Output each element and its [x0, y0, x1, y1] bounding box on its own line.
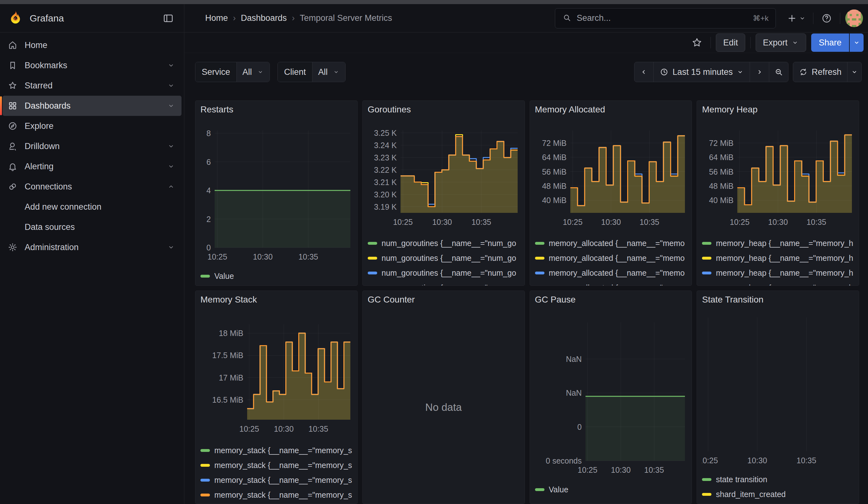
- sidebar-item-alerting[interactable]: Alerting: [2, 156, 182, 176]
- favorite-star-button[interactable]: [689, 34, 705, 51]
- breadcrumb-home[interactable]: Home: [205, 13, 228, 23]
- chart-canvas[interactable]: 0246810:2510:3010:35: [200, 127, 352, 264]
- chart-memory-stack[interactable]: 16.5 MiB17 MiB17.5 MiB18 MiB10:2510:3010…: [200, 321, 352, 436]
- sidebar-item-label: Home: [24, 40, 47, 50]
- legend-label: num_goroutines {__name__="num_go: [382, 283, 516, 286]
- legend-item[interactable]: Value: [535, 482, 687, 497]
- time-back-button[interactable]: [634, 62, 654, 82]
- search-input[interactable]: Search... ⌘+k: [555, 8, 776, 28]
- panel-title-state-transition[interactable]: State Transition: [702, 295, 764, 305]
- export-button[interactable]: Export: [756, 33, 806, 52]
- legend-item[interactable]: num_goroutines {__name__="num_go: [368, 280, 519, 286]
- chart-gc-pause[interactable]: 0 seconds0NaNNaN10:2510:3010:35: [535, 319, 687, 477]
- zoom-out-icon[interactable]: [769, 62, 788, 82]
- panel-title-memory-heap[interactable]: Memory Heap: [702, 104, 757, 115]
- panel-title-gc-pause[interactable]: GC Pause: [535, 295, 576, 305]
- sidebar-item-dashboards[interactable]: Dashboards: [2, 96, 182, 116]
- legend-item[interactable]: memory_heap {__name__="memory_h: [702, 251, 854, 266]
- legend-item[interactable]: Value: [200, 269, 352, 284]
- sidebar-toggle-icon[interactable]: [160, 10, 176, 27]
- sidebar-item-add-new-connection[interactable]: Add new connection: [2, 197, 182, 217]
- legend-item[interactable]: memory_allocated {__name__="memo: [535, 236, 687, 251]
- panel-memory-heap: Memory Heap40 MiB48 MiB56 MiB64 MiB72 Mi…: [696, 101, 859, 286]
- breadcrumb-dashboards[interactable]: Dashboards: [241, 13, 287, 23]
- legend-item[interactable]: memory_stack {__name__="memory_s: [200, 487, 352, 502]
- legend-swatch: [200, 275, 210, 278]
- home-icon: [8, 40, 18, 50]
- panel-title-restarts[interactable]: Restarts: [200, 104, 233, 115]
- service-filter[interactable]: Service All: [195, 62, 270, 82]
- chart-canvas[interactable]: 0 seconds0NaNNaN10:2510:3010:35: [535, 319, 687, 477]
- sidebar-item-drilldown[interactable]: Drilldown: [2, 136, 182, 156]
- add-new-button[interactable]: [785, 13, 808, 24]
- legend-label: memory_allocated {__name__="memo: [549, 268, 685, 278]
- sidebar-item-bookmarks[interactable]: Bookmarks: [2, 55, 182, 75]
- sidebar-item-starred[interactable]: Starred: [2, 75, 182, 96]
- chart-canvas[interactable]: 3.19 K3.20 K3.21 K3.22 K3.23 K3.24 K3.25…: [368, 127, 519, 229]
- chart-canvas[interactable]: 40 MiB48 MiB56 MiB64 MiB72 MiB10:2510:30…: [702, 127, 854, 229]
- refresh-icon: [799, 68, 808, 76]
- panel-title-memory-stack[interactable]: Memory Stack: [200, 295, 257, 305]
- panel-title-goroutines[interactable]: Goroutines: [368, 104, 411, 115]
- sidebar: Grafana HomeBookmarksStarredDashboardsEx…: [0, 4, 184, 504]
- edit-button[interactable]: Edit: [716, 33, 745, 52]
- legend-item[interactable]: memory_stack {__name__="memory_s: [200, 443, 352, 458]
- refresh-interval-button[interactable]: [847, 62, 862, 82]
- grafana-logo-icon[interactable]: [8, 10, 23, 27]
- help-icon[interactable]: [818, 10, 835, 27]
- chart-canvas[interactable]: 40 MiB48 MiB56 MiB64 MiB72 MiB10:2510:30…: [535, 127, 687, 229]
- legend-item[interactable]: memory_heap {__name__="memory_h: [702, 280, 854, 286]
- legend-label: shard_item_created: [716, 490, 786, 499]
- legend-swatch: [535, 257, 545, 260]
- legend-item[interactable]: memory_heap {__name__="memory_h: [702, 266, 854, 280]
- brand-title: Grafana: [30, 13, 64, 24]
- legend-item[interactable]: memory_stack {__name__="memory_s: [200, 473, 352, 487]
- refresh-button[interactable]: Refresh: [793, 62, 847, 82]
- share-menu-button[interactable]: [850, 33, 864, 52]
- service-filter-label: Service: [195, 62, 237, 82]
- client-filter[interactable]: Client All: [277, 62, 345, 82]
- legend-item[interactable]: memory_stack {__name__="memory_s: [200, 458, 352, 473]
- time-forward-button[interactable]: [750, 62, 769, 82]
- sidebar-item-home[interactable]: Home: [2, 35, 182, 55]
- avatar[interactable]: [845, 10, 863, 27]
- chart-state-transition[interactable]: 10:2510:3010:35: [702, 314, 854, 468]
- legend-swatch: [702, 271, 711, 275]
- legend-item[interactable]: num_goroutines {__name__="num_go: [368, 251, 519, 266]
- svg-text:56 MiB: 56 MiB: [709, 167, 734, 176]
- panel-restarts: Restarts0246810:2510:3010:35Value: [195, 101, 358, 286]
- time-range-picker[interactable]: Last 15 minutes: [653, 62, 750, 82]
- client-filter-value[interactable]: All: [312, 62, 345, 82]
- legend-item[interactable]: state transition: [702, 472, 854, 487]
- service-filter-value[interactable]: All: [237, 62, 270, 82]
- legend-item[interactable]: memory_allocated {__name__="memo: [535, 251, 687, 266]
- panel-title-gc-counter[interactable]: GC Counter: [368, 295, 415, 305]
- legend-label: num_goroutines {__name__="num_go: [382, 254, 516, 263]
- svg-text:10:35: 10:35: [644, 465, 664, 474]
- legend-label: memory_allocated {__name__="memo: [549, 283, 685, 286]
- legend-item[interactable]: memory_allocated {__name__="memo: [535, 280, 687, 286]
- svg-text:NaN: NaN: [566, 389, 581, 397]
- legend-item[interactable]: num_goroutines {__name__="num_go: [368, 266, 519, 280]
- legend-memory-heap: memory_heap {__name__="memory_hmemory_he…: [702, 236, 854, 286]
- legend-item[interactable]: shard_item_created: [702, 487, 854, 502]
- chart-memory-heap[interactable]: 40 MiB48 MiB56 MiB64 MiB72 MiB10:2510:30…: [702, 127, 854, 229]
- svg-text:17 MiB: 17 MiB: [219, 373, 244, 382]
- sidebar-item-connections[interactable]: Connections: [2, 176, 182, 197]
- chart-goroutines[interactable]: 3.19 K3.20 K3.21 K3.22 K3.23 K3.24 K3.25…: [368, 127, 519, 229]
- chart-memory-allocated[interactable]: 40 MiB48 MiB56 MiB64 MiB72 MiB10:2510:30…: [535, 127, 687, 229]
- share-button[interactable]: Share: [811, 33, 849, 52]
- legend-item[interactable]: memory_heap {__name__="memory_h: [702, 236, 854, 251]
- chart-restarts[interactable]: 0246810:2510:3010:35: [200, 127, 352, 264]
- legend-item[interactable]: memory_allocated {__name__="memo: [535, 266, 687, 280]
- panel-title-memory-allocated[interactable]: Memory Allocated: [535, 104, 606, 115]
- sidebar-item-administration[interactable]: Administration: [2, 237, 182, 257]
- sidebar-item-explore[interactable]: Explore: [2, 116, 182, 136]
- chart-canvas[interactable]: 16.5 MiB17 MiB17.5 MiB18 MiB10:2510:3010…: [200, 321, 352, 436]
- legend-item[interactable]: num_goroutines {__name__="num_go: [368, 236, 519, 251]
- sidebar-item-data-sources[interactable]: Data sources: [2, 217, 182, 237]
- divider: [750, 37, 751, 48]
- brand[interactable]: Grafana: [8, 10, 64, 27]
- svg-text:10:25: 10:25: [207, 252, 227, 261]
- chart-canvas[interactable]: 10:2510:3010:35: [702, 314, 854, 468]
